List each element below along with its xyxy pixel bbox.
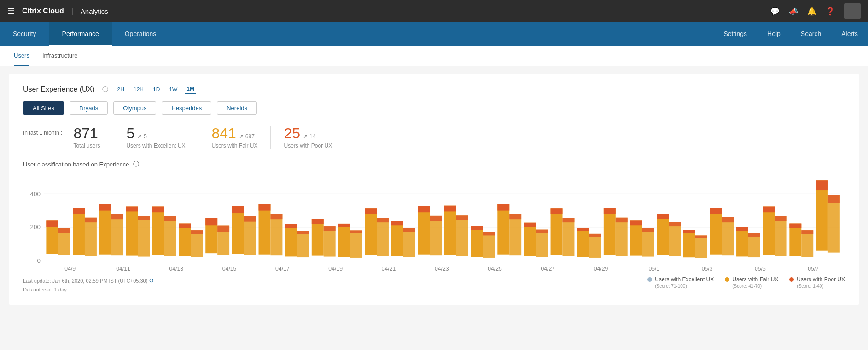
update-info: Last update: Jan 6th, 2020, 02:59 PM IST…: [23, 276, 154, 294]
svg-rect-100: [657, 214, 669, 255]
svg-rect-110: [722, 217, 734, 255]
tab-users[interactable]: Users: [14, 46, 29, 66]
svg-rect-108: [710, 208, 722, 255]
svg-rect-25: [152, 207, 164, 213]
svg-rect-122: [801, 230, 813, 257]
svg-rect-44: [285, 224, 297, 257]
svg-rect-60: [391, 221, 403, 256]
svg-rect-102: [669, 222, 681, 256]
chart-info-icon[interactable]: ⓘ: [133, 160, 139, 168]
svg-rect-98: [642, 228, 654, 257]
poor-arrow: ↗: [303, 133, 308, 140]
help-icon[interactable]: ❓: [826, 7, 835, 16]
svg-rect-123: [801, 230, 813, 234]
svg-rect-55: [350, 230, 362, 233]
svg-rect-106: [695, 235, 707, 258]
header-right: 💬 📣 🔔 ❓: [770, 3, 861, 19]
site-dryads[interactable]: Dryads: [70, 101, 108, 115]
nav-alerts[interactable]: Alerts: [831, 22, 868, 46]
announce-icon[interactable]: 📣: [789, 7, 798, 16]
svg-rect-27: [164, 216, 176, 221]
data-interval: Data interval: 1 day: [23, 286, 154, 294]
nav-security[interactable]: Security: [0, 22, 49, 46]
svg-rect-15: [85, 218, 97, 222]
svg-text:05/3: 05/3: [702, 266, 713, 273]
ux-info-icon[interactable]: ⓘ: [102, 85, 108, 94]
svg-text:05/1: 05/1: [648, 266, 659, 273]
svg-rect-40: [259, 204, 271, 255]
site-all-sites[interactable]: All Sites: [23, 101, 64, 115]
svg-rect-35: [217, 226, 229, 232]
nav-settings[interactable]: Settings: [713, 22, 757, 46]
svg-rect-42: [270, 214, 282, 255]
poor-arrow-val: 14: [309, 133, 315, 140]
svg-rect-115: [748, 233, 760, 237]
chart-svg: 020040060004/904/1104/1304/1504/1704/190…: [23, 172, 845, 273]
svg-rect-14: [85, 218, 97, 256]
svg-rect-12: [73, 208, 85, 255]
site-hesperides[interactable]: Hesperides: [162, 101, 211, 115]
svg-rect-88: [577, 228, 589, 257]
svg-rect-28: [179, 224, 191, 256]
time-1m[interactable]: 1M: [185, 85, 196, 94]
svg-text:0: 0: [37, 257, 40, 264]
stat-total-label: Total users: [73, 142, 100, 149]
time-12h[interactable]: 12H: [132, 85, 146, 94]
svg-text:05/7: 05/7: [808, 266, 819, 273]
avatar[interactable]: [844, 3, 861, 19]
svg-rect-72: [471, 226, 483, 257]
stat-poor: 25 ↗ 14 Users with Poor UX: [284, 126, 345, 149]
svg-rect-94: [616, 218, 628, 256]
svg-rect-69: [444, 206, 456, 212]
time-1d[interactable]: 1D: [151, 85, 162, 94]
svg-text:04/25: 04/25: [488, 266, 502, 273]
time-1w[interactable]: 1W: [167, 85, 179, 94]
stat-total-number: 871: [73, 126, 100, 141]
chart-title: User classification based on Experience …: [23, 160, 845, 168]
legend-poor-score: (Score: 1-40): [789, 284, 823, 289]
brand-divider: |: [71, 7, 73, 15]
site-nereids[interactable]: Nereids: [217, 101, 257, 115]
svg-rect-38: [244, 216, 256, 255]
legend: Users with Excellent UX (Score: 71-100) …: [647, 276, 845, 289]
stat-fair-sub: ↗ 697: [239, 133, 255, 140]
hamburger-icon[interactable]: ☰: [7, 6, 15, 16]
svg-rect-89: [577, 228, 589, 231]
svg-rect-84: [551, 208, 563, 255]
svg-text:05/5: 05/5: [755, 266, 766, 273]
nav-bar: Security Performance Operations Settings…: [0, 22, 868, 46]
time-2h[interactable]: 2H: [116, 85, 126, 94]
site-olympus[interactable]: Olympus: [113, 101, 156, 115]
nav-performance[interactable]: Performance: [49, 22, 112, 46]
svg-rect-120: [789, 224, 801, 256]
sub-tabs: Users Infrastructure: [0, 46, 868, 66]
svg-rect-19: [111, 214, 123, 219]
svg-rect-104: [683, 230, 695, 257]
nav-help[interactable]: Help: [757, 22, 791, 46]
tab-infrastructure[interactable]: Infrastructure: [42, 46, 78, 66]
svg-rect-91: [589, 234, 601, 237]
nav-search[interactable]: Search: [791, 22, 831, 46]
stat-excellent-label: Users with Excellent UX: [126, 142, 185, 149]
svg-rect-125: [816, 180, 828, 190]
svg-rect-9: [46, 220, 58, 227]
svg-rect-39: [244, 216, 256, 222]
stat-excellent-sub: ↗ 5: [137, 133, 147, 140]
brand-logo: Citrix Cloud: [22, 7, 64, 15]
chat-icon[interactable]: 💬: [770, 7, 780, 16]
svg-rect-33: [205, 218, 217, 225]
svg-rect-90: [589, 234, 601, 258]
legend-fair-score: (Score: 41-70): [725, 284, 762, 289]
svg-rect-111: [722, 217, 734, 222]
svg-rect-127: [828, 195, 840, 203]
svg-text:04/23: 04/23: [435, 266, 449, 273]
stats-row: In last 1 month : 871 Total users 5 ↗ 5 …: [23, 126, 845, 149]
svg-rect-41: [259, 204, 271, 211]
bell-icon[interactable]: 🔔: [807, 7, 816, 16]
svg-rect-23: [138, 216, 150, 220]
nav-operations[interactable]: Operations: [112, 22, 169, 46]
chart-container: 020040060004/904/1104/1304/1504/1704/190…: [23, 172, 845, 273]
svg-rect-11: [58, 228, 70, 233]
svg-rect-57: [365, 208, 377, 214]
refresh-icon[interactable]: ↻: [149, 277, 154, 284]
